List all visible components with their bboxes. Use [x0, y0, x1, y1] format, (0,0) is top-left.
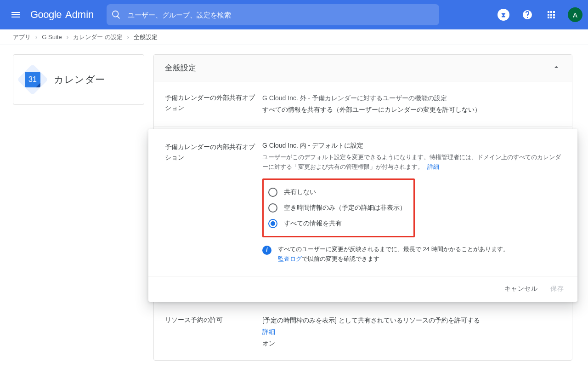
info-text: すべてのユーザーに変更が反映されるまでに、最長で 24 時間かかることがあります… [278, 246, 509, 253]
menu-icon[interactable] [5, 4, 27, 26]
radio-option-no-share[interactable]: 共有しない [268, 184, 406, 200]
logo-admin: Admin [65, 9, 94, 21]
chevron-right-icon: › [127, 34, 129, 40]
radio-group-highlight: 共有しない 空き時間情報のみ（予定の詳細は非表示） すべての情報を共有 [262, 178, 415, 237]
sidebar-card-calendar: 31 カレンダー [13, 54, 144, 105]
setting-label: 予備カレンダーの内部共有オプション [165, 142, 262, 267]
learn-more-link[interactable]: 詳細 [427, 163, 439, 170]
panel-description: ユーザーがこのデフォルト設定を変更できるようになります。特権管理者には、ドメイン… [262, 153, 566, 172]
radio-icon [268, 188, 277, 197]
radio-icon [268, 203, 277, 213]
cancel-button[interactable]: キャンセル [504, 285, 538, 293]
avatar[interactable]: A [568, 7, 582, 22]
crumb-cal[interactable]: カレンダー の設定 [73, 33, 123, 41]
setting-label: 予備カレンダーの外部共有オプション [165, 92, 262, 115]
breadcrumb: アプリ › G Suite › カレンダー の設定 › 全般設定 [0, 29, 588, 45]
search-input[interactable] [128, 11, 435, 19]
app-bar: Google Admin ⧗ A [0, 0, 588, 29]
calendar-icon: 31 [22, 69, 44, 91]
logo-google: Google [30, 9, 62, 21]
crumb-current: 全般設定 [134, 33, 158, 41]
setting-subtitle: G Cloud Inc. 外 - 予備カレンダーに対するユーザーの機能の設定 [262, 92, 561, 104]
search-icon [111, 10, 121, 20]
info-icon: i [262, 246, 271, 255]
setting-value: すべての情報を共有する（外部ユーザーにカレンダーの変更を許可しない） [262, 104, 561, 115]
setting-row-resource-booking[interactable]: リソース予約の許可 [予定の時間枠のみを表示] として共有されているリソースの予… [154, 304, 572, 361]
setting-value: オン [262, 338, 561, 349]
panel-title: G Cloud Inc. 内 - デフォルトに設定 [262, 142, 566, 150]
info-tail: で以前の変更を確認できます [302, 255, 379, 262]
setting-panel-internal-sharing: 予備カレンダーの内部共有オプション G Cloud Inc. 内 - デフォルト… [148, 129, 577, 301]
section-general: 全般設定 予備カレンダーの外部共有オプション G Cloud Inc. 外 - … [153, 54, 572, 361]
radio-option-freebusy[interactable]: 空き時間情報のみ（予定の詳細は非表示） [268, 200, 406, 216]
chevron-up-icon [552, 63, 561, 73]
learn-more-link[interactable]: 詳細 [262, 328, 275, 335]
audit-log-link[interactable]: 監査ログ [278, 255, 302, 262]
sidebar-card-title: カレンダー [54, 73, 105, 86]
apps-icon[interactable] [542, 6, 560, 24]
radio-option-share-all[interactable]: すべての情報を共有 [268, 216, 406, 231]
radio-icon [268, 219, 277, 228]
info-note: i すべてのユーザーに変更が反映されるまでに、最長で 24 時間かかることがあり… [262, 245, 566, 264]
setting-subtitle: [予定の時間枠のみを表示] として共有されているリソースの予約を許可する [262, 315, 561, 326]
setting-label: リソース予約の許可 [165, 315, 262, 350]
radio-label: すべての情報を共有 [284, 219, 342, 228]
radio-label: 共有しない [284, 188, 316, 196]
chevron-right-icon: › [35, 34, 37, 40]
crumb-apps[interactable]: アプリ [13, 33, 31, 41]
setting-row-external-sharing[interactable]: 予備カレンダーの外部共有オプション G Cloud Inc. 外 - 予備カレン… [154, 81, 572, 127]
section-title: 全般設定 [165, 63, 196, 73]
search-box[interactable] [107, 4, 439, 25]
logo[interactable]: Google Admin [30, 9, 94, 21]
chevron-right-icon: › [67, 34, 68, 40]
panel-footer: キャンセル 保存 [148, 276, 577, 302]
notifications-icon[interactable]: ⧗ [494, 6, 513, 24]
help-icon[interactable] [518, 6, 537, 24]
save-button[interactable]: 保存 [550, 285, 564, 293]
radio-label: 空き時間情報のみ（予定の詳細は非表示） [284, 204, 406, 212]
crumb-gsuite[interactable]: G Suite [42, 34, 62, 40]
section-header[interactable]: 全般設定 [154, 55, 572, 81]
